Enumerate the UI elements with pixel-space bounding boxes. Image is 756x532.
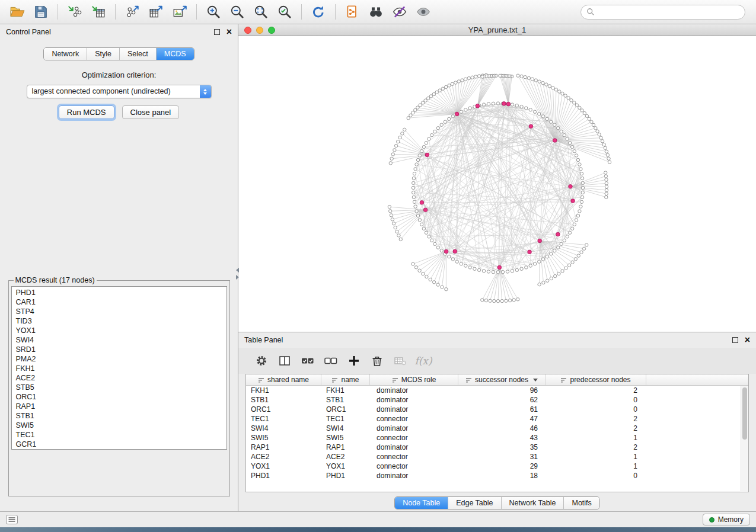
table-row[interactable]: ACE2 ACE2 connector 31 1 xyxy=(246,452,748,462)
mcds-result-item[interactable]: PHD1 xyxy=(12,288,227,297)
table-row[interactable]: SWI4 SWI4 dominator 46 2 xyxy=(246,424,748,433)
mcds-result-item[interactable]: SWI4 xyxy=(12,335,227,345)
zoom-out-button[interactable] xyxy=(226,2,248,22)
tab-mcds[interactable]: MCDS xyxy=(157,48,194,60)
panel-menu-icon[interactable] xyxy=(6,515,18,524)
show-columns-button[interactable] xyxy=(276,352,294,370)
tab-motifs[interactable]: Motifs xyxy=(564,497,599,509)
memory-button[interactable]: Memory xyxy=(703,514,750,525)
tab-edge-table[interactable]: Edge Table xyxy=(448,497,501,509)
network-doc-button[interactable] xyxy=(341,2,363,22)
close-table-panel-icon[interactable]: × xyxy=(745,337,750,343)
scrollbar-thumb[interactable] xyxy=(742,387,747,440)
refresh-icon xyxy=(311,4,326,20)
select-all-columns-button[interactable] xyxy=(299,352,317,370)
mcds-result-item[interactable]: RAP1 xyxy=(12,402,227,411)
table-scrollbar[interactable] xyxy=(741,386,748,491)
table-row[interactable]: ORC1 ORC1 dominator 61 0 xyxy=(246,405,748,414)
sort-icon xyxy=(392,377,398,383)
global-search-box[interactable] xyxy=(580,5,745,20)
mcds-result-item[interactable]: YOX1 xyxy=(12,326,227,335)
table-row[interactable]: TEC1 TEC1 connector 47 2 xyxy=(246,414,748,424)
search-input[interactable] xyxy=(598,8,739,16)
table-toolbar: f(x) xyxy=(238,348,756,374)
mcds-result-item[interactable]: STP4 xyxy=(12,307,227,316)
apply-layout-button[interactable] xyxy=(307,2,330,22)
table-settings-button[interactable] xyxy=(253,352,270,370)
column-header-predecessor-nodes[interactable]: predecessor nodes xyxy=(546,374,646,385)
export-image-button[interactable] xyxy=(168,2,191,22)
network-window-titlebar[interactable]: YPA_prune.txt_1 xyxy=(238,24,756,36)
close-panel-icon[interactable]: × xyxy=(227,29,232,35)
import-table-button[interactable] xyxy=(87,2,110,22)
column-header-successor-nodes[interactable]: successor nodes xyxy=(458,374,546,385)
table-row[interactable]: YOX1 YOX1 connector 29 1 xyxy=(246,462,748,471)
network-canvas[interactable] xyxy=(238,36,756,332)
zoom-selected-button[interactable] xyxy=(273,2,296,22)
eye-icon xyxy=(416,4,431,20)
tab-node-table[interactable]: Node Table xyxy=(395,497,448,509)
table-tabs: Node Table Edge Table Network Table Moti… xyxy=(394,496,600,509)
fx-icon: f(x) xyxy=(414,355,432,367)
mcds-result-item[interactable]: ACE2 xyxy=(12,373,227,383)
save-session-button[interactable] xyxy=(30,2,52,22)
mcds-result-item[interactable]: PMA2 xyxy=(12,354,227,364)
zoom-fit-button[interactable] xyxy=(250,2,272,22)
export-network-button[interactable] xyxy=(121,2,143,22)
create-column-button[interactable] xyxy=(345,352,363,370)
zoom-in-icon xyxy=(206,4,221,20)
hide-details-button[interactable] xyxy=(388,2,411,22)
show-graphics-button[interactable] xyxy=(412,2,435,22)
import-network-button[interactable] xyxy=(63,2,86,22)
mcds-result-item[interactable]: ORC1 xyxy=(12,392,227,402)
criterion-selected-value: largest connected component (undirected) xyxy=(27,85,200,98)
unchecked-boxes-icon xyxy=(324,354,338,367)
table-row[interactable]: STB1 STB1 dominator 62 0 xyxy=(246,395,748,405)
table-row[interactable]: PHD1 PHD1 dominator 18 0 xyxy=(246,471,748,480)
open-folder-icon xyxy=(9,4,25,20)
tab-style[interactable]: Style xyxy=(87,48,120,60)
column-header-shared-name[interactable]: shared name xyxy=(246,374,321,385)
sort-icon xyxy=(465,377,472,383)
mcds-result-item[interactable]: STB5 xyxy=(12,383,227,392)
function-builder-button[interactable]: f(x) xyxy=(414,352,432,370)
mcds-result-item[interactable]: STB1 xyxy=(12,411,227,421)
mcds-result-list[interactable]: PHD1 CAR1 STP4 TID3 YOX1 SWI4 SRD1 xyxy=(11,286,227,450)
mcds-result-item[interactable]: FKH1 xyxy=(12,364,227,373)
mcds-result-item[interactable]: TEC1 xyxy=(12,430,227,440)
column-header-mcds-role[interactable]: MCDS role xyxy=(370,374,458,385)
float-table-panel-icon[interactable] xyxy=(732,337,738,343)
tab-network-table[interactable]: Network Table xyxy=(502,497,564,509)
float-panel-icon[interactable] xyxy=(214,29,220,35)
export-table-button[interactable] xyxy=(145,2,167,22)
column-header-name[interactable]: name xyxy=(321,374,370,385)
unselect-all-columns-button[interactable] xyxy=(322,352,340,370)
delete-table-button[interactable] xyxy=(391,352,409,370)
mcds-result-item[interactable]: SWI5 xyxy=(12,421,227,430)
table-row[interactable]: FKH1 FKH1 dominator 96 2 xyxy=(246,386,748,395)
memory-label: Memory xyxy=(718,515,744,524)
tab-network[interactable]: Network xyxy=(44,48,87,60)
tab-select[interactable]: Select xyxy=(120,48,157,60)
network-graph[interactable] xyxy=(238,36,756,332)
main-toolbar xyxy=(0,0,756,24)
table-row[interactable]: RAP1 RAP1 dominator 35 2 xyxy=(246,443,748,452)
table-row[interactable]: SWI5 SWI5 connector 43 1 xyxy=(246,433,748,443)
search-objects-button[interactable] xyxy=(365,2,387,22)
import-table-icon xyxy=(91,4,106,20)
criterion-dropdown[interactable]: largest connected component (undirected) xyxy=(27,85,212,98)
panel-splitter[interactable] xyxy=(235,266,240,281)
columns-icon xyxy=(278,354,291,367)
zoom-in-button[interactable] xyxy=(202,2,225,22)
close-panel-button[interactable]: Close panel xyxy=(122,105,180,119)
delete-column-button[interactable] xyxy=(368,352,386,370)
mcds-result-title: MCDS result (17 nodes) xyxy=(14,276,97,284)
memory-status-icon xyxy=(709,517,714,523)
export-network-icon xyxy=(125,4,140,20)
mcds-result-item[interactable]: SRD1 xyxy=(12,345,227,354)
open-session-button[interactable] xyxy=(6,2,28,22)
run-mcds-button[interactable]: Run MCDS xyxy=(59,105,114,119)
mcds-result-item[interactable]: TID3 xyxy=(12,316,227,326)
mcds-result-item[interactable]: GCR1 xyxy=(12,440,227,449)
mcds-result-item[interactable]: CAR1 xyxy=(12,297,227,307)
